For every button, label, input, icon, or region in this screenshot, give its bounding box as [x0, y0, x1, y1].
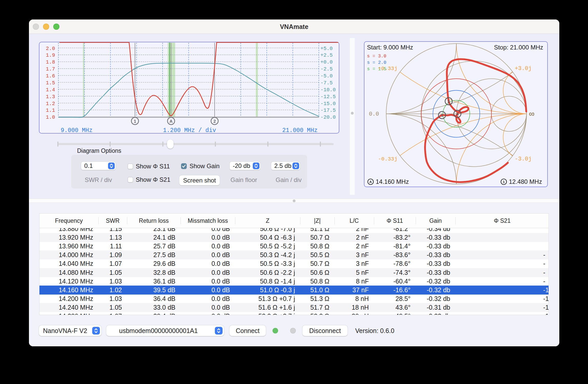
svg-text:1.0: 1.0 — [46, 114, 55, 120]
svg-text:s = 3.0: s = 3.0 — [367, 54, 386, 59]
svg-text:21.000 MHz: 21.000 MHz — [282, 127, 318, 134]
svg-text:-10.0: -10.0 — [320, 87, 336, 93]
svg-text:Stop: 21.000 MHz: Stop: 21.000 MHz — [494, 44, 543, 51]
svg-text:1.4: 1.4 — [46, 87, 55, 93]
svg-text:1.2: 1.2 — [46, 101, 55, 107]
svg-text:1.1: 1.1 — [46, 107, 55, 113]
svg-text:1.6: 1.6 — [46, 73, 55, 79]
svg-text:+3.0j: +3.0j — [515, 65, 532, 72]
svg-text:+0.33j: +0.33j — [378, 66, 397, 72]
svg-text:1.7: 1.7 — [46, 66, 55, 72]
svg-text:-20.0: -20.0 — [320, 114, 336, 120]
svg-text:Start: 9.000 MHz: Start: 9.000 MHz — [367, 44, 413, 51]
svg-text:-17.5: -17.5 — [320, 107, 336, 113]
svg-text:A: A — [456, 112, 459, 116]
svg-text:-7.5: -7.5 — [320, 80, 333, 86]
svg-text:s = 2.0: s = 2.0 — [367, 60, 386, 65]
svg-text:1: 1 — [441, 113, 443, 117]
svg-text:1.9: 1.9 — [46, 52, 55, 58]
svg-text:1: 1 — [134, 119, 136, 124]
svg-text:-15.0: -15.0 — [320, 101, 336, 107]
svg-text:A: A — [170, 119, 173, 124]
svg-text:12.480 MHz: 12.480 MHz — [509, 178, 542, 185]
svg-text:9.000 MHz: 9.000 MHz — [61, 127, 92, 134]
svg-text:-12.5: -12.5 — [320, 94, 336, 100]
svg-text:2: 2 — [448, 99, 450, 104]
svg-text:∞: ∞ — [529, 109, 534, 119]
svg-text:14.160 MHz: 14.160 MHz — [376, 178, 409, 185]
svg-text:0.0: 0.0 — [369, 111, 379, 117]
svg-text:1.200 MHz / div: 1.200 MHz / div — [163, 127, 216, 134]
svg-text:-5.0: -5.0 — [320, 73, 333, 79]
svg-text:+0.0: +0.0 — [320, 59, 333, 65]
svg-text:+2.5: +2.5 — [320, 52, 333, 58]
svg-text:1: 1 — [503, 180, 505, 184]
svg-text:-3.0j: -3.0j — [515, 156, 532, 162]
svg-text:-0.33j: -0.33j — [378, 156, 397, 162]
svg-text:2.0: 2.0 — [46, 46, 55, 52]
svg-text:1.8: 1.8 — [46, 59, 55, 65]
svg-text:1.3: 1.3 — [46, 94, 55, 100]
svg-text:+5.0: +5.0 — [320, 46, 333, 52]
svg-text:A: A — [369, 180, 372, 184]
svg-text:1.5: 1.5 — [46, 80, 55, 86]
svg-text:-2.5: -2.5 — [320, 66, 333, 72]
svg-text:2: 2 — [213, 119, 216, 124]
